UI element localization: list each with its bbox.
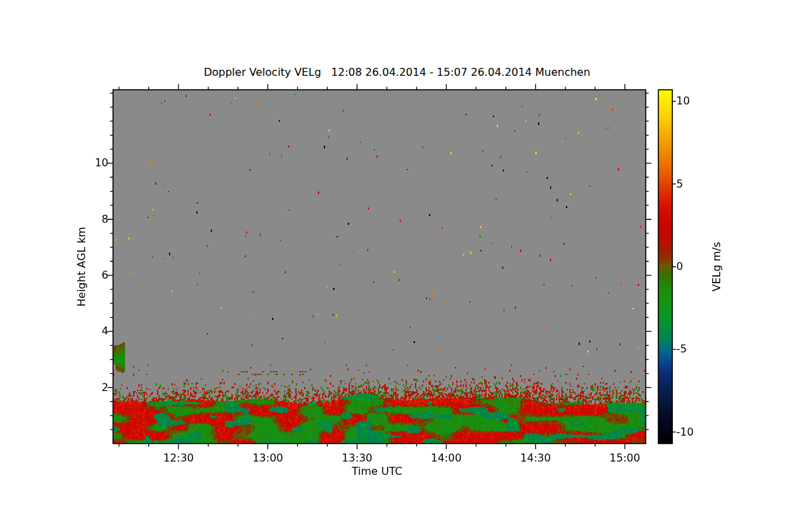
doppler-velocity-plot-window: Doppler Velocity VELg 12:08 26.04.2014 -…: [0, 0, 798, 532]
colorbar-canvas: [658, 90, 672, 444]
cbar-tick-label-m5: -5: [676, 342, 687, 356]
x-tick-label-1230: 12:30: [152, 452, 205, 465]
colorbar-label: VELg m/s: [710, 242, 723, 292]
x-tick-label-1430: 14:30: [509, 452, 562, 465]
y-tick-label-4: 4: [79, 325, 108, 338]
x-tick-label-1330: 13:30: [331, 452, 384, 465]
heatmap-plot-canvas: [113, 90, 646, 444]
x-tick-label-1300: 13:00: [241, 452, 295, 465]
x-tick-label-1500: 15:00: [598, 452, 652, 465]
y-tick-label-10: 10: [79, 156, 108, 170]
y-tick-label-2: 2: [79, 381, 108, 394]
cbar-tick-label-m10: -10: [676, 426, 694, 439]
cbar-tick-label-10: 10: [676, 94, 690, 108]
y-tick-label-8: 8: [79, 213, 108, 226]
cbar-tick-label-0: 0: [676, 260, 683, 273]
page-title: Doppler Velocity VELg 12:08 26.04.2014 -…: [203, 66, 590, 78]
x-tick-label-1400: 14:00: [420, 452, 473, 465]
x-axis-label: Time UTC: [352, 465, 402, 477]
y-axis-label: Height AGL km: [75, 227, 88, 307]
cbar-tick-label-5: 5: [676, 178, 683, 191]
